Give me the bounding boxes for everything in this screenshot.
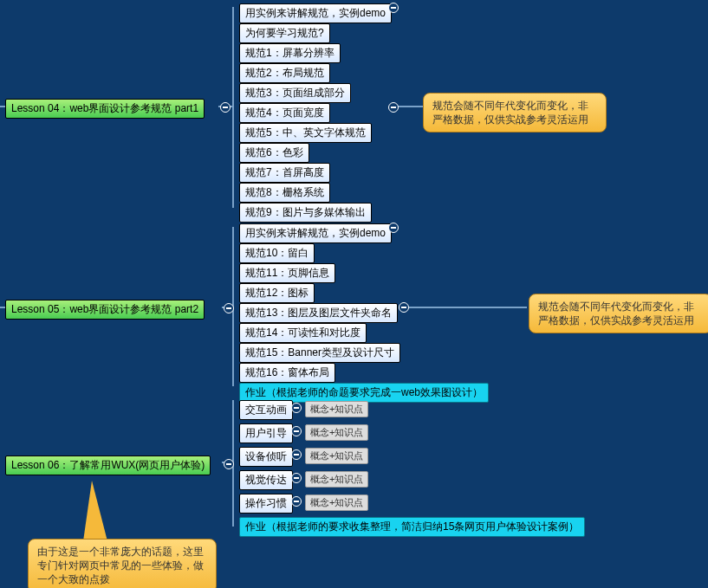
lesson-06-label: Lesson 06：了解常用WUX(网页用户体验) [11, 459, 205, 471]
expand-icon[interactable] [291, 426, 302, 436]
l5-item-7[interactable]: 规范16：窗体布局 [239, 363, 335, 383]
callout-tail-icon [83, 481, 107, 541]
lesson-04[interactable]: Lesson 04：web界面设计参考规范 part1 [5, 99, 205, 119]
lesson-04-label: Lesson 04：web界面设计参考规范 part1 [11, 102, 198, 114]
callout-l6: 由于这是一个非常庞大的话题，这里专门针对网页中常见的一些体验，做一个大致的点拨 [28, 539, 217, 588]
l4-item-10[interactable]: 规范9：图片与多媒体输出 [239, 203, 372, 223]
l5-item-2[interactable]: 规范11：页脚信息 [239, 263, 335, 283]
l4-item-8[interactable]: 规范7：首屏高度 [239, 163, 330, 183]
callout-l5: 规范会随不同年代变化而变化，非严格数据，仅供实战参考灵活运用 [529, 294, 708, 333]
l5-item-1[interactable]: 规范10：留白 [239, 243, 315, 263]
l6-tag-2[interactable]: 概念+知识点 [305, 448, 368, 464]
l4-item-9[interactable]: 规范8：栅格系统 [239, 183, 330, 203]
lesson-05-label: Lesson 05：web界面设计参考规范 part2 [11, 303, 198, 315]
l6-item-2[interactable]: 设备侦听 [239, 447, 293, 467]
l6-item-0[interactable]: 交互动画 [239, 400, 293, 420]
l6-item-4[interactable]: 操作习惯 [239, 494, 293, 514]
l6-tag-1[interactable]: 概念+知识点 [305, 424, 368, 441]
expand-icon[interactable] [224, 459, 234, 469]
expand-icon[interactable] [291, 449, 302, 460]
l5-item-3[interactable]: 规范12：图标 [239, 283, 315, 303]
l5-item-4[interactable]: 规范13：图层及图层文件夹命名 [239, 303, 398, 323]
callout-l4: 规范会随不同年代变化而变化，非严格数据，仅供实战参考灵活运用 [423, 93, 607, 132]
expand-icon[interactable] [388, 3, 399, 13]
l6-tag-0[interactable]: 概念+知识点 [305, 401, 368, 417]
l4-item-3[interactable]: 规范2：布局规范 [239, 63, 330, 83]
l4-item-1[interactable]: 为何要学习规范? [239, 23, 330, 43]
l6-tag-3[interactable]: 概念+知识点 [305, 471, 368, 488]
expand-icon[interactable] [224, 303, 234, 313]
l6-tag-4[interactable]: 概念+知识点 [305, 494, 368, 511]
expand-icon[interactable] [291, 496, 302, 507]
l4-item-4[interactable]: 规范3：页面组成部分 [239, 83, 351, 103]
expand-icon[interactable] [220, 102, 231, 113]
l4-item-5[interactable]: 规范4：页面宽度 [239, 103, 330, 123]
expand-icon[interactable] [291, 473, 302, 483]
l4-item-6[interactable]: 规范5：中、英文字体规范 [239, 123, 372, 143]
lesson-06[interactable]: Lesson 06：了解常用WUX(网页用户体验) [5, 456, 211, 475]
l5-item-5[interactable]: 规范14：可读性和对比度 [239, 323, 367, 343]
expand-icon[interactable] [399, 302, 409, 313]
l6-item-1[interactable]: 用户引导 [239, 423, 293, 443]
expand-icon[interactable] [388, 102, 399, 113]
l6-item-3[interactable]: 视觉传达 [239, 470, 293, 490]
lesson-05[interactable]: Lesson 05：web界面设计参考规范 part2 [5, 300, 205, 320]
expand-icon[interactable] [291, 403, 302, 413]
l6-homework[interactable]: 作业（根据老师的要求收集整理，简洁归纳15条网页用户体验设计案例） [239, 517, 585, 537]
l5-item-6[interactable]: 规范15：Banner类型及设计尺寸 [239, 343, 400, 363]
expand-icon[interactable] [388, 223, 399, 233]
l5-item-0[interactable]: 用实例来讲解规范，实例demo [239, 223, 392, 243]
l4-item-2[interactable]: 规范1：屏幕分辨率 [239, 43, 341, 63]
l4-item-7[interactable]: 规范6：色彩 [239, 143, 309, 163]
l4-item-0[interactable]: 用实例来讲解规范，实例demo [239, 3, 392, 23]
